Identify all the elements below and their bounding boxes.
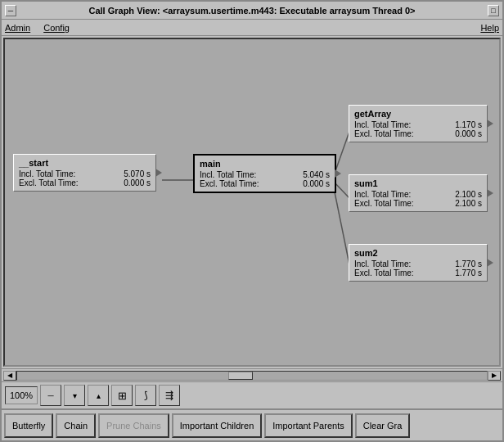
node-sum1-excl-row: Excl. Total Time: 2.100 s bbox=[354, 199, 482, 208]
node-sum2-title: sum2 bbox=[354, 248, 482, 258]
node-sum1-title: sum1 bbox=[354, 178, 482, 188]
chain-button[interactable]: Chain bbox=[56, 413, 96, 438]
node-sum1-excl-value: 2.100 s bbox=[455, 199, 482, 208]
node-sum2-excl-row: Excl. Total Time: 1.770 s bbox=[354, 268, 482, 277]
scroll-up-button[interactable]: ▴ bbox=[88, 385, 109, 406]
scrollbar-track[interactable] bbox=[16, 371, 488, 381]
up-arrow-icon: ▴ bbox=[97, 391, 101, 400]
minimize-button[interactable]: ─ bbox=[5, 5, 16, 16]
butterfly-label: Butterfly bbox=[12, 421, 45, 431]
butterfly-button[interactable]: Butterfly bbox=[4, 413, 53, 438]
node-main-title: main bbox=[200, 159, 330, 169]
node-sum2[interactable]: sum2 Incl. Total Time: 1.770 s Excl. Tot… bbox=[349, 244, 488, 282]
maximize-button[interactable]: □ bbox=[488, 5, 499, 16]
scroll-left-button[interactable]: ◀ bbox=[3, 371, 16, 381]
toolbar: 100% ─ ▾ ▴ ⊞ ⟆ ⇶ bbox=[2, 381, 502, 409]
node-getarray-incl-value: 1.170 s bbox=[455, 120, 482, 129]
node-main[interactable]: main Incl. Total Time: 5.040 s Excl. Tot… bbox=[193, 154, 336, 193]
node-sum2-excl-label: Excl. Total Time: bbox=[354, 268, 414, 277]
node-start-incl-label: Incl. Total Time: bbox=[19, 169, 75, 178]
zoom-level: 100% bbox=[5, 386, 38, 404]
down-arrow-icon: ▾ bbox=[73, 391, 77, 400]
filter-button[interactable]: ⇶ bbox=[159, 385, 180, 406]
node-sum1-incl-value: 2.100 s bbox=[455, 190, 482, 199]
node-start-title: __start bbox=[19, 158, 151, 168]
node-main-excl-label: Excl. Total Time: bbox=[200, 179, 259, 188]
bottom-bar: Butterfly Chain Prune Chains Important C… bbox=[2, 409, 502, 440]
node-sum2-incl-label: Incl. Total Time: bbox=[354, 259, 411, 268]
menu-help[interactable]: Help bbox=[480, 23, 499, 33]
scroll-down-button[interactable]: ▾ bbox=[64, 385, 85, 406]
node-getarray-incl-label: Incl. Total Time: bbox=[354, 120, 411, 129]
menu-admin[interactable]: Admin bbox=[5, 23, 30, 33]
node-sum1-incl-row: Incl. Total Time: 2.100 s bbox=[354, 190, 482, 199]
node-main-arrow bbox=[335, 169, 341, 178]
node-main-excl-value: 0.000 s bbox=[303, 179, 330, 188]
node-getarray-excl-value: 0.000 s bbox=[455, 129, 482, 138]
important-children-label: Important Children bbox=[180, 421, 254, 431]
window-title: Call Graph View: <arraysum.usertime.m443… bbox=[20, 6, 484, 16]
svg-line-3 bbox=[332, 180, 350, 268]
node-main-incl-value: 5.040 s bbox=[303, 170, 330, 179]
node-sum1[interactable]: sum1 Incl. Total Time: 2.100 s Excl. Tot… bbox=[349, 174, 488, 212]
scrollbar-thumb[interactable] bbox=[228, 372, 253, 380]
menu-config[interactable]: Config bbox=[43, 23, 70, 33]
chain-label: Chain bbox=[64, 421, 88, 431]
node-main-excl-row: Excl. Total Time: 0.000 s bbox=[200, 179, 330, 188]
node-start-excl-row: Excl. Total Time: 0.000 s bbox=[19, 178, 151, 187]
grid-button[interactable]: ⊞ bbox=[111, 385, 133, 406]
important-children-button[interactable]: Important Children bbox=[172, 413, 263, 438]
node-getarray-excl-row: Excl. Total Time: 0.000 s bbox=[354, 129, 482, 138]
node-start-incl-value: 5.070 s bbox=[124, 169, 151, 178]
node-getarray-arrow bbox=[487, 120, 493, 128]
node-sum1-arrow bbox=[487, 189, 493, 197]
prune-chains-button[interactable]: Prune Chains bbox=[98, 413, 169, 438]
node-sum1-incl-label: Incl. Total Time: bbox=[354, 190, 411, 199]
important-parents-label: Important Parents bbox=[272, 421, 344, 431]
node-getarray-title: getArray bbox=[354, 109, 482, 119]
node-sum2-arrow bbox=[487, 259, 493, 267]
menu-bar-left: Admin Config bbox=[5, 23, 70, 33]
clear-graph-button[interactable]: Clear Gra bbox=[355, 413, 411, 438]
important-parents-button[interactable]: Important Parents bbox=[264, 413, 352, 438]
node-start-arrow bbox=[155, 169, 162, 177]
node-sum2-incl-row: Incl. Total Time: 1.770 s bbox=[354, 259, 482, 268]
node-sum2-incl-value: 1.770 s bbox=[455, 259, 482, 268]
chart-icon: ⟆ bbox=[144, 390, 148, 401]
node-getarray-excl-label: Excl. Total Time: bbox=[354, 129, 414, 138]
grid-icon: ⊞ bbox=[118, 390, 127, 402]
filter-icon: ⇶ bbox=[165, 390, 173, 401]
node-start-excl-label: Excl. Total Time: bbox=[19, 178, 79, 187]
zoom-minus-icon: ─ bbox=[47, 391, 53, 400]
node-getarray-incl-row: Incl. Total Time: 1.170 s bbox=[354, 120, 482, 129]
node-getarray[interactable]: getArray Incl. Total Time: 1.170 s Excl.… bbox=[349, 105, 488, 142]
node-start-excl-value: 0.000 s bbox=[124, 178, 151, 187]
node-main-incl-label: Incl. Total Time: bbox=[200, 170, 256, 179]
title-bar: ─ Call Graph View: <arraysum.usertime.m4… bbox=[2, 2, 502, 20]
prune-chains-label: Prune Chains bbox=[106, 421, 161, 431]
node-sum1-excl-label: Excl. Total Time: bbox=[354, 199, 414, 208]
node-start-incl-row: Incl. Total Time: 5.070 s bbox=[19, 169, 151, 178]
menu-bar: Admin Config Help bbox=[2, 20, 502, 36]
zoom-minus-button[interactable]: ─ bbox=[40, 385, 61, 406]
node-sum2-excl-value: 1.770 s bbox=[455, 268, 482, 277]
chart-button[interactable]: ⟆ bbox=[135, 385, 156, 406]
clear-graph-label: Clear Gra bbox=[363, 421, 403, 431]
node-start[interactable]: __start Incl. Total Time: 5.070 s Excl. … bbox=[13, 154, 156, 192]
main-window: ─ Call Graph View: <arraysum.usertime.m4… bbox=[0, 0, 504, 442]
graph-canvas[interactable]: __start Incl. Total Time: 5.070 s Excl. … bbox=[3, 38, 501, 367]
scroll-right-button[interactable]: ▶ bbox=[488, 371, 501, 381]
node-main-incl-row: Incl. Total Time: 5.040 s bbox=[200, 170, 330, 179]
scrollbar-horizontal: ◀ ▶ bbox=[2, 368, 502, 381]
